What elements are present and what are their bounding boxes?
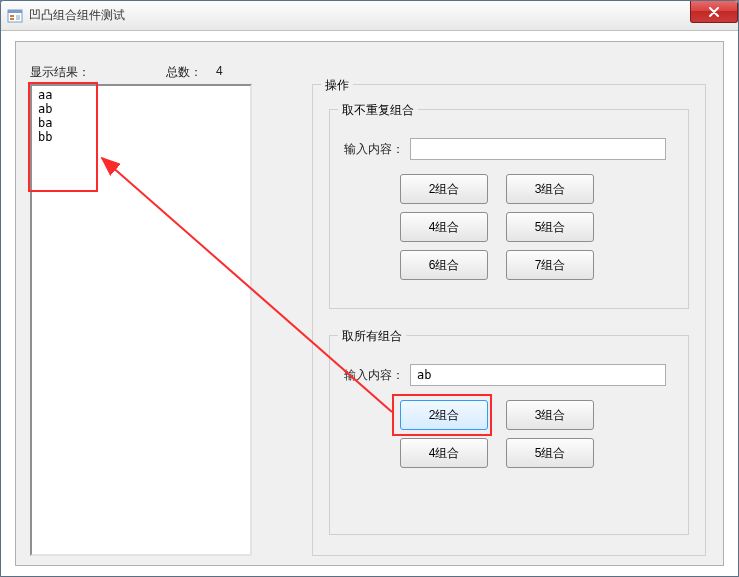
app-icon bbox=[7, 8, 23, 24]
window-title: 凹凸组合组件测试 bbox=[29, 7, 125, 24]
all-combo-button-5[interactable]: 5组合 bbox=[506, 438, 594, 468]
group-operation-title: 操作 bbox=[321, 77, 353, 94]
all-input-row: 输入内容： bbox=[344, 364, 666, 386]
group-unique: 取不重复组合 输入内容： 2组合3组合4组合5组合6组合7组合 bbox=[329, 109, 689, 309]
svg-rect-1 bbox=[8, 10, 22, 13]
svg-rect-3 bbox=[10, 18, 14, 20]
close-icon bbox=[708, 7, 720, 17]
client-area: 显示结果： 总数： 4 aa ab ba bb 操作 取不重复组合 输入内容： … bbox=[15, 41, 724, 566]
unique-combo-button-5[interactable]: 5组合 bbox=[506, 212, 594, 242]
all-input-label: 输入内容： bbox=[344, 367, 404, 384]
titlebar: 凹凸组合组件测试 bbox=[1, 1, 738, 31]
group-unique-title: 取不重复组合 bbox=[338, 102, 418, 119]
all-combo-button-4[interactable]: 4组合 bbox=[400, 438, 488, 468]
svg-rect-4 bbox=[16, 15, 20, 20]
total-label: 总数： bbox=[166, 64, 202, 81]
result-label: 显示结果： bbox=[30, 64, 90, 81]
unique-combo-button-3[interactable]: 3组合 bbox=[506, 174, 594, 204]
unique-combo-button-7[interactable]: 7组合 bbox=[506, 250, 594, 280]
all-input[interactable] bbox=[410, 364, 666, 386]
group-all: 取所有组合 输入内容： 2组合3组合4组合5组合 bbox=[329, 335, 689, 535]
unique-combo-button-2[interactable]: 2组合 bbox=[400, 174, 488, 204]
group-operation: 操作 取不重复组合 输入内容： 2组合3组合4组合5组合6组合7组合 取所有组合… bbox=[312, 84, 706, 556]
all-combo-button-3[interactable]: 3组合 bbox=[506, 400, 594, 430]
group-all-title: 取所有组合 bbox=[338, 328, 406, 345]
svg-rect-2 bbox=[10, 15, 14, 17]
unique-input-label: 输入内容： bbox=[344, 141, 404, 158]
unique-input[interactable] bbox=[410, 138, 666, 160]
close-button[interactable] bbox=[690, 1, 738, 23]
unique-combo-button-6[interactable]: 6组合 bbox=[400, 250, 488, 280]
main-window: 凹凸组合组件测试 显示结果： 总数： 4 aa ab ba bb 操作 取不重复… bbox=[0, 0, 739, 577]
unique-button-grid: 2组合3组合4组合5组合6组合7组合 bbox=[400, 174, 594, 280]
all-button-grid: 2组合3组合4组合5组合 bbox=[400, 400, 594, 468]
total-value: 4 bbox=[216, 64, 223, 78]
unique-combo-button-4[interactable]: 4组合 bbox=[400, 212, 488, 242]
results-listbox[interactable]: aa ab ba bb bbox=[30, 84, 252, 556]
all-combo-button-2[interactable]: 2组合 bbox=[400, 400, 488, 430]
unique-input-row: 输入内容： bbox=[344, 138, 666, 160]
